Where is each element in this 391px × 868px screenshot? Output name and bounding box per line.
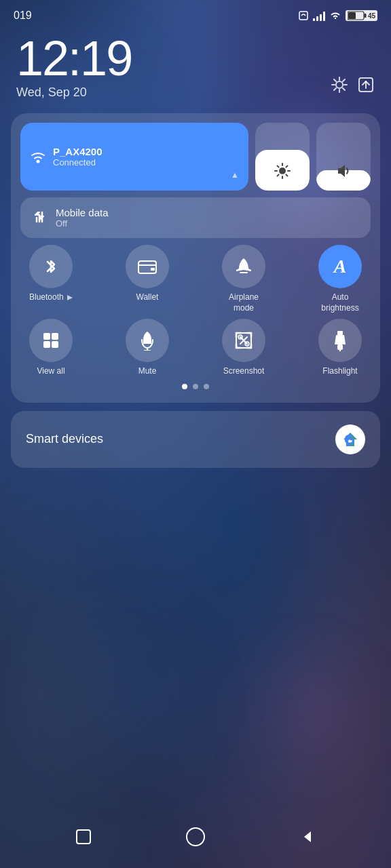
brightness-icon (274, 162, 291, 180)
svg-rect-19 (138, 261, 156, 273)
bluetooth-label: Bluetooth (29, 292, 73, 303)
mute-circle (126, 319, 169, 362)
svg-marker-44 (304, 831, 311, 842)
svg-rect-24 (43, 341, 50, 348)
page-dots (20, 384, 371, 389)
toggle-airplane[interactable]: Airplanemode (213, 245, 274, 313)
wifi-expand-icon: ▲ (231, 170, 239, 180)
settings-icon[interactable] (330, 75, 349, 94)
toggle-row-2: View all Mute (20, 319, 371, 377)
svg-rect-20 (151, 268, 155, 271)
svg-rect-39 (337, 331, 343, 335)
svg-rect-40 (337, 344, 343, 350)
nav-back-button[interactable] (293, 822, 322, 852)
svg-marker-18 (67, 295, 73, 300)
view-all-label: View all (37, 366, 64, 377)
nav-bar (0, 811, 391, 868)
svg-point-37 (238, 335, 242, 339)
toggle-auto-brightness[interactable]: A Autobrightness (310, 245, 371, 313)
svg-point-8 (279, 167, 286, 174)
back-icon (300, 829, 315, 844)
nav-recent-button[interactable] (69, 822, 98, 852)
toggle-view-all[interactable]: View all (20, 319, 81, 377)
signal-icon (313, 10, 325, 21)
control-panel: P_AX4200 Connected ▲ (11, 113, 380, 403)
battery-level: 45 (368, 12, 375, 20)
google-home-icon: G (335, 425, 365, 454)
svg-point-4 (336, 81, 343, 88)
toggle-row-1: Bluetooth Wallet (20, 245, 371, 313)
toggle-screenshot[interactable]: Screenshot (213, 319, 274, 377)
clock-area: 12:19 Wed, Sep 20 (0, 27, 391, 113)
wallet-circle (126, 245, 169, 288)
carrier-text: 019 (14, 9, 32, 22)
wifi-status: Connected (53, 157, 103, 167)
recent-apps-icon (76, 829, 91, 844)
home-icon (186, 827, 205, 846)
svg-rect-23 (52, 333, 58, 340)
nav-home-button[interactable] (181, 822, 210, 852)
bluetooth-circle (29, 245, 73, 288)
wifi-info: P_AX4200 Connected (53, 146, 103, 167)
top-tiles: P_AX4200 Connected ▲ (20, 123, 371, 191)
mobile-data-icon (31, 210, 48, 226)
svg-rect-2 (364, 14, 366, 18)
wallet-label: Wallet (136, 292, 159, 303)
mute-label: Mute (138, 366, 157, 377)
battery-icon: 45 (346, 10, 377, 21)
brightness-slider[interactable] (255, 123, 310, 191)
edit-icon[interactable] (357, 76, 375, 94)
clock-actions (330, 75, 375, 94)
svg-rect-22 (43, 333, 50, 340)
smart-devices-label: Smart devices (26, 432, 103, 446)
nfc-icon (298, 10, 309, 21)
clock-display: 12:19 Wed, Sep 20 (16, 34, 132, 100)
toggle-flashlight[interactable]: Flashlight (310, 319, 371, 377)
airplane-label: Airplanemode (229, 292, 259, 313)
svg-rect-25 (52, 341, 58, 348)
dot-1[interactable] (182, 384, 187, 389)
svg-rect-21 (240, 272, 248, 273)
airplane-circle (222, 245, 265, 288)
status-bar: 019 (0, 0, 391, 27)
svg-text:G: G (344, 432, 355, 447)
dot-2[interactable] (193, 384, 198, 389)
toggle-bluetooth[interactable]: Bluetooth (20, 245, 81, 313)
svg-line-13 (278, 166, 279, 167)
svg-line-15 (286, 166, 287, 167)
svg-line-16 (278, 174, 279, 176)
auto-brightness-circle: A (318, 245, 362, 288)
wifi-name: P_AX4200 (53, 146, 103, 157)
wifi-status-icon (329, 11, 341, 20)
mobile-data-tile[interactable]: Mobile data Off (20, 197, 371, 238)
svg-point-38 (245, 342, 249, 346)
mobile-data-status: Off (56, 218, 109, 229)
volume-icon (335, 162, 352, 180)
svg-rect-0 (299, 12, 308, 20)
toggle-wallet[interactable]: Wallet (117, 245, 178, 313)
flashlight-label: Flashlight (322, 366, 357, 377)
view-all-circle (29, 319, 73, 362)
wifi-tile-icon (30, 150, 46, 163)
status-icons: 45 (298, 10, 377, 21)
mobile-info: Mobile data Off (56, 207, 109, 229)
mobile-data-label: Mobile data (56, 207, 109, 218)
svg-point-7 (37, 160, 40, 163)
smart-devices-panel[interactable]: Smart devices G (11, 411, 380, 468)
clock-date: Wed, Sep 20 (16, 85, 132, 100)
svg-rect-3 (348, 12, 356, 19)
second-row: Mobile data Off (20, 197, 371, 238)
flashlight-circle (318, 319, 362, 362)
svg-line-14 (286, 174, 287, 176)
toggle-mute[interactable]: Mute (117, 319, 178, 377)
wifi-tile[interactable]: P_AX4200 Connected ▲ (20, 123, 248, 191)
screenshot-label: Screenshot (223, 366, 265, 377)
volume-slider[interactable] (316, 123, 371, 191)
auto-brightness-label: Autobrightness (321, 292, 358, 313)
screenshot-circle (222, 319, 265, 362)
dot-3[interactable] (204, 384, 209, 389)
clock-time: 12:19 (16, 34, 132, 83)
